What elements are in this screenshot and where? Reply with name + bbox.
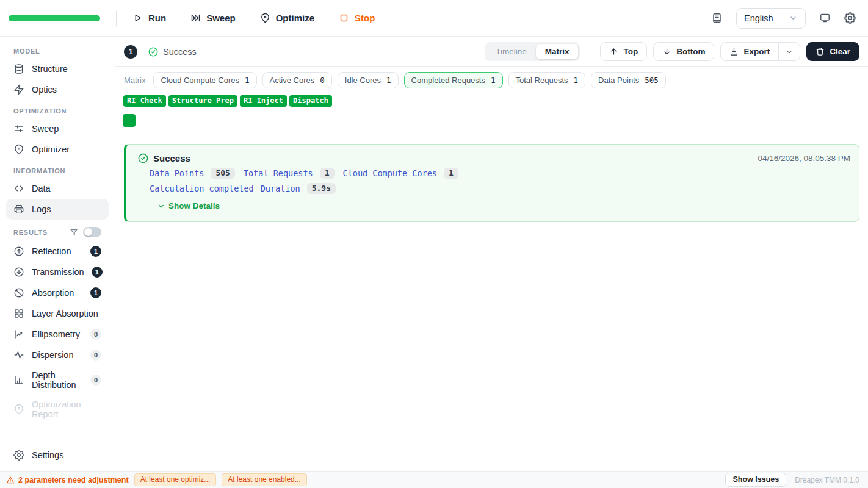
sidebar-item-ellipsometry[interactable]: Ellipsometry 0	[6, 324, 109, 345]
log-count-badge: 1	[124, 45, 137, 59]
play-icon	[132, 13, 143, 23]
count-badge: 0	[90, 350, 101, 361]
zap-icon	[13, 84, 24, 95]
issue-chip-optimization[interactable]: At least one optimiz...	[134, 473, 217, 486]
chip-total-requests[interactable]: Total Requests 1	[508, 72, 586, 88]
header-divider	[590, 45, 590, 59]
stop-button[interactable]: Stop	[339, 13, 375, 23]
sidebar-item-layer-absorption[interactable]: Layer Absorption	[6, 303, 109, 324]
matrix-filter-row: Matrix Cloud Compute Cores 1 Active Core…	[115, 67, 868, 93]
statusbar: 2 parameters need adjustment At least on…	[0, 471, 868, 488]
arrow-up-icon	[609, 47, 618, 56]
log-message-row: Calculation completed Duration 5.9s	[150, 183, 850, 194]
language-select[interactable]: English	[736, 8, 806, 29]
metric-value: 505	[211, 168, 234, 179]
chevron-down-icon	[785, 48, 794, 56]
sidebar-item-depth-distribution[interactable]: Depth Distribution 0	[6, 365, 109, 395]
tab-matrix[interactable]: Matrix	[536, 44, 579, 59]
chevron-down-icon	[157, 202, 165, 210]
run-button[interactable]: Run	[132, 13, 166, 23]
arrow-down-icon	[662, 47, 671, 56]
logs-header: 1 Success Timeline Matrix Top	[115, 37, 868, 67]
chip-idle-cores[interactable]: Idle Cores 1	[338, 72, 399, 88]
export-menu-button[interactable]	[779, 42, 800, 61]
statusbar-right: Show Issues Dreapex TMM 0.1.0	[725, 473, 862, 487]
sidebar-item-structure[interactable]: Structure	[6, 59, 109, 79]
display-icon[interactable]	[819, 12, 831, 24]
chip-label: Data Points	[598, 76, 639, 85]
export-button[interactable]: Export	[720, 42, 779, 61]
section-title-model: MODEL	[13, 48, 40, 55]
topbar-divider	[116, 11, 117, 26]
sidebar-item-label: Ellipsometry	[32, 329, 80, 339]
duration-label: Duration	[261, 184, 300, 193]
code-icon	[13, 183, 24, 194]
stage-tag-ri-check: RI Check	[123, 95, 166, 107]
run-controls: Run Sweep Optimize Stop	[132, 13, 375, 23]
sidebar-footer: Settings	[0, 440, 115, 471]
metric-value: 1	[320, 168, 335, 179]
chip-label: Idle Cores	[345, 76, 381, 85]
sidebar-item-label: Layer Absorption	[32, 309, 98, 318]
results-filter-toggle[interactable]	[83, 227, 101, 237]
app-version: Dreapex TMM 0.1.0	[795, 476, 859, 484]
count-badge: 1	[92, 267, 103, 278]
sidebar-item-reflection[interactable]: Reflection 1	[6, 241, 109, 262]
gear-icon	[13, 450, 24, 461]
clear-button[interactable]: Clear	[806, 42, 859, 61]
database-icon	[13, 63, 24, 74]
chevron-down-icon	[789, 13, 798, 23]
metric-value: 1	[444, 168, 458, 179]
sidebar-item-optics[interactable]: Optics	[6, 79, 109, 100]
sidebar-item-data[interactable]: Data	[6, 178, 109, 199]
count-badge: 1	[90, 246, 101, 257]
skip-end-icon	[190, 13, 201, 23]
tab-timeline[interactable]: Timeline	[486, 44, 536, 59]
section-title-information: INFORMATION	[13, 167, 65, 174]
sidebar-item-settings[interactable]: Settings	[6, 445, 109, 465]
stop-label: Stop	[355, 13, 375, 23]
warning-triangle-icon	[6, 476, 15, 484]
issue-chip-enabled[interactable]: At least one enabled...	[222, 473, 306, 486]
chip-cloud-compute-cores[interactable]: Cloud Compute Cores 1	[153, 72, 256, 88]
sidebar-item-transmission[interactable]: Transmission 1	[6, 262, 109, 282]
count-badge: 0	[90, 329, 101, 340]
sidebar: MODEL Structure Optics OPTIMIZATION Swee…	[0, 37, 115, 471]
sidebar-item-absorption[interactable]: Absorption 1	[6, 282, 109, 303]
scroll-bottom-button[interactable]: Bottom	[653, 42, 714, 61]
matrix-cell-success[interactable]	[123, 114, 136, 127]
log-timestamp: 04/16/2026, 08:05:38 PM	[758, 154, 850, 163]
section-title-results: RESULTS	[13, 229, 48, 236]
count-badge: 1	[90, 287, 101, 298]
trash-icon	[816, 47, 825, 56]
sidebar-item-logs[interactable]: Logs	[6, 199, 109, 220]
show-issues-button[interactable]: Show Issues	[725, 473, 786, 487]
gear-icon[interactable]	[844, 12, 856, 24]
count-badge: 0	[90, 375, 101, 386]
sidebar-item-optimizer[interactable]: Optimizer	[6, 139, 109, 160]
sidebar-item-dispersion[interactable]: Dispersion 0	[6, 345, 109, 365]
chip-completed-requests[interactable]: Completed Requests 1	[404, 72, 503, 88]
sliders-icon	[13, 123, 24, 134]
chip-active-cores[interactable]: Active Cores 0	[262, 72, 332, 88]
optimize-button[interactable]: Optimize	[260, 13, 314, 23]
scroll-top-button[interactable]: Top	[600, 42, 647, 61]
metric-cloud-compute-cores: Cloud Compute Cores 1	[343, 168, 458, 179]
log-entry-success[interactable]: Success 04/16/2026, 08:05:38 PM Data Poi…	[124, 144, 859, 222]
run-label: Run	[148, 13, 166, 23]
chip-label: Active Cores	[270, 76, 315, 85]
map-pin-icon	[260, 13, 270, 23]
metric-label: Data Points	[150, 168, 204, 178]
chip-value: 0	[320, 76, 325, 85]
show-details-button[interactable]: Show Details	[157, 201, 220, 210]
chip-data-points[interactable]: Data Points 505	[591, 72, 666, 88]
filter-icon[interactable]	[70, 228, 78, 237]
clear-label: Clear	[830, 47, 850, 56]
sweep-button[interactable]: Sweep	[190, 13, 236, 23]
sidebar-item-sweep[interactable]: Sweep	[6, 118, 109, 139]
docs-icon[interactable]	[711, 12, 723, 24]
log-status: Success	[153, 153, 190, 163]
section-title-optimization: OPTIMIZATION	[13, 107, 67, 115]
arrow-down-circle-icon	[13, 267, 24, 278]
ban-icon	[13, 287, 24, 298]
